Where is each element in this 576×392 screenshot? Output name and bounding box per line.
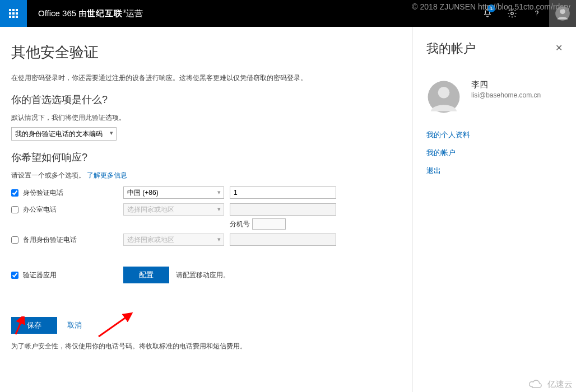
how-respond-desc: 请设置一个或多个选项。 了解更多信息 xyxy=(11,171,401,180)
section-how-respond: 你希望如何响应? xyxy=(11,151,401,164)
account-panel-title: 我的帐户 xyxy=(426,40,563,57)
svg-point-4 xyxy=(438,87,450,99)
office-phone-input[interactable] xyxy=(230,203,336,216)
my-profile-link[interactable]: 我的个人资料 xyxy=(426,130,563,140)
preferred-option-select[interactable]: 我的身份验证电话的文本编码 xyxy=(11,127,117,141)
intro-text: 在使用密码登录时，你还需要通过注册的设备进行响应。这将使黑客更难以仅凭借窃取的密… xyxy=(11,73,401,83)
alt-phone-country-select[interactable]: 选择国家或地区 xyxy=(123,234,224,246)
configure-note: 请配置移动应用。 xyxy=(176,270,230,280)
svg-point-0 xyxy=(511,12,514,15)
alt-phone-input[interactable] xyxy=(230,234,336,246)
auth-phone-checkbox[interactable] xyxy=(11,189,18,197)
app-launcher-button[interactable] xyxy=(0,0,27,27)
close-panel-button[interactable]: ✕ xyxy=(555,43,563,53)
alt-phone-label: 备用身份验证电话 xyxy=(23,235,77,245)
main-content: 其他安全验证 在使用密码登录时，你还需要通过注册的设备进行响应。这将使黑客更难以… xyxy=(0,27,412,392)
provider-logo: 亿速云 xyxy=(527,379,573,390)
preferred-option-desc: 默认情况下，我们将使用此验证选项。 xyxy=(11,113,401,123)
authenticator-checkbox[interactable] xyxy=(11,272,18,279)
user-email: lisi@basehome.com.cn xyxy=(471,91,541,99)
auth-phone-label: 身份验证电话 xyxy=(23,188,63,198)
extension-input[interactable] xyxy=(252,218,286,230)
learn-more-link[interactable]: 了解更多信息 xyxy=(87,171,127,179)
account-panel: 我的帐户 ✕ 李四 lisi@basehome.com.cn 我的个人资料 我的… xyxy=(412,27,576,392)
authenticator-label: 验证器应用 xyxy=(23,270,57,280)
extension-label: 分机号 xyxy=(230,220,250,229)
section-preferred-option: 你的首选选项是什么? xyxy=(11,93,401,106)
auth-phone-input[interactable] xyxy=(230,186,336,199)
user-display-name: 李四 xyxy=(471,80,541,90)
cancel-link[interactable]: 取消 xyxy=(67,320,82,330)
annotation-arrow-icon xyxy=(95,312,134,340)
user-avatar-icon xyxy=(426,80,461,114)
waffle-icon xyxy=(9,9,18,18)
svg-line-6 xyxy=(99,315,129,337)
office-phone-checkbox[interactable] xyxy=(11,206,18,213)
page-title: 其他安全验证 xyxy=(11,43,401,62)
configure-button[interactable]: 配置 xyxy=(123,267,169,283)
office-phone-country-select[interactable]: 选择国家或地区 xyxy=(123,203,224,216)
security-footnote: 为了帐户安全性，将仅使用你的电话号码。将收取标准的电话费用和短信费用。 xyxy=(11,342,401,351)
brand-label: Office 365 由世纪互联®运营 xyxy=(38,8,143,19)
office-phone-label: 办公室电话 xyxy=(23,205,57,214)
my-account-link[interactable]: 我的帐户 xyxy=(426,148,563,158)
auth-phone-country-select[interactable]: 中国 (+86) xyxy=(123,186,224,199)
watermark-text: © 2018 ZJUNSEN http://blog.51cto.com/rds… xyxy=(412,2,570,11)
alt-phone-checkbox[interactable] xyxy=(11,236,18,244)
svg-line-5 xyxy=(16,319,22,334)
annotation-arrow-icon xyxy=(11,316,28,337)
cloud-icon xyxy=(527,379,544,390)
sign-out-link[interactable]: 退出 xyxy=(426,166,563,176)
